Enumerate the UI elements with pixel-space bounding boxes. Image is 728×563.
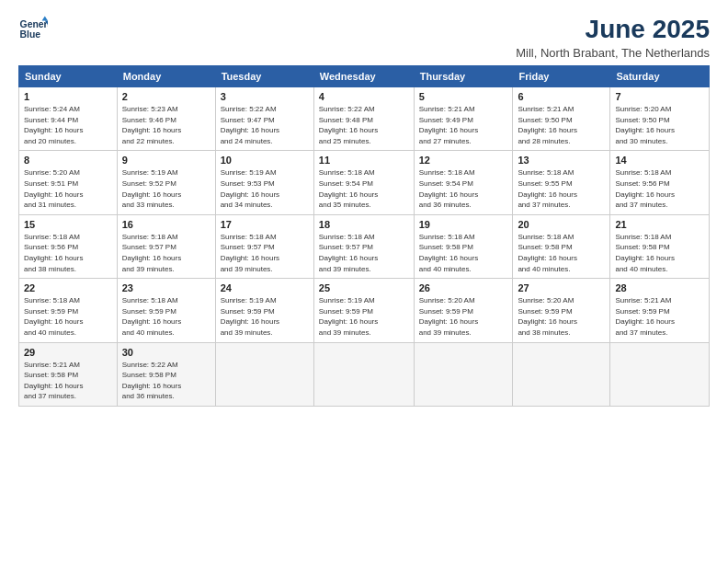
day-number: 29	[24, 347, 112, 358]
calendar-cell: 22Sunrise: 5:18 AM Sunset: 9:59 PM Dayli…	[19, 279, 118, 342]
day-number: 13	[518, 155, 605, 166]
day-number: 1	[24, 91, 112, 102]
title-block: June 2025 Mill, North Brabant, The Nethe…	[516, 15, 710, 60]
day-number: 8	[24, 155, 112, 166]
day-detail: Sunrise: 5:22 AM Sunset: 9:58 PM Dayligh…	[122, 360, 210, 402]
day-detail: Sunrise: 5:18 AM Sunset: 9:57 PM Dayligh…	[221, 232, 309, 274]
day-detail: Sunrise: 5:19 AM Sunset: 9:53 PM Dayligh…	[221, 167, 309, 210]
day-detail: Sunrise: 5:18 AM Sunset: 9:59 PM Dayligh…	[122, 295, 210, 338]
week-row-1: 1Sunrise: 5:24 AM Sunset: 9:44 PM Daylig…	[19, 87, 710, 151]
calendar-cell: 23Sunrise: 5:18 AM Sunset: 9:59 PM Dayli…	[117, 279, 215, 342]
day-detail: Sunrise: 5:24 AM Sunset: 9:44 PM Dayligh…	[24, 104, 112, 146]
day-number: 6	[518, 91, 605, 102]
svg-text:General: General	[20, 19, 48, 29]
weekday-header-row: Sunday Monday Tuesday Wednesday Thursday…	[19, 66, 710, 87]
day-number: 20	[518, 219, 605, 230]
svg-text:Blue: Blue	[20, 29, 41, 40]
day-number: 25	[319, 282, 409, 293]
calendar-cell	[414, 342, 513, 406]
day-number: 24	[221, 282, 309, 293]
calendar-cell: 26Sunrise: 5:20 AM Sunset: 9:59 PM Dayli…	[414, 279, 513, 342]
header-thursday: Thursday	[414, 66, 513, 87]
day-detail: Sunrise: 5:18 AM Sunset: 9:58 PM Dayligh…	[419, 232, 508, 274]
day-detail: Sunrise: 5:20 AM Sunset: 9:50 PM Dayligh…	[615, 104, 704, 146]
calendar-cell: 24Sunrise: 5:19 AM Sunset: 9:59 PM Dayli…	[215, 279, 313, 342]
calendar-cell: 13Sunrise: 5:18 AM Sunset: 9:55 PM Dayli…	[513, 151, 610, 214]
day-number: 12	[419, 155, 508, 166]
day-detail: Sunrise: 5:21 AM Sunset: 9:50 PM Dayligh…	[518, 104, 605, 146]
day-detail: Sunrise: 5:18 AM Sunset: 9:54 PM Dayligh…	[419, 167, 508, 210]
day-detail: Sunrise: 5:18 AM Sunset: 9:57 PM Dayligh…	[319, 232, 409, 274]
month-title: June 2025	[516, 15, 710, 44]
day-number: 14	[615, 155, 704, 166]
day-number: 2	[122, 91, 210, 102]
day-number: 10	[221, 155, 309, 166]
day-number: 3	[221, 91, 309, 102]
day-number: 26	[419, 282, 508, 293]
header-tuesday: Tuesday	[215, 66, 313, 87]
day-number: 21	[615, 219, 704, 230]
day-detail: Sunrise: 5:18 AM Sunset: 9:59 PM Dayligh…	[24, 295, 112, 338]
week-row-2: 8Sunrise: 5:20 AM Sunset: 9:51 PM Daylig…	[19, 151, 710, 214]
day-number: 5	[419, 91, 508, 102]
day-number: 19	[419, 219, 508, 230]
week-row-3: 15Sunrise: 5:18 AM Sunset: 9:56 PM Dayli…	[19, 214, 710, 278]
header-saturday: Saturday	[610, 66, 710, 87]
calendar-cell: 21Sunrise: 5:18 AM Sunset: 9:58 PM Dayli…	[610, 214, 710, 278]
calendar-page: General Blue June 2025 Mill, North Braba…	[0, 0, 728, 563]
calendar-cell: 16Sunrise: 5:18 AM Sunset: 9:57 PM Dayli…	[117, 214, 215, 278]
day-number: 9	[122, 155, 210, 166]
calendar-cell: 9Sunrise: 5:19 AM Sunset: 9:52 PM Daylig…	[117, 151, 215, 214]
calendar-cell: 29Sunrise: 5:21 AM Sunset: 9:58 PM Dayli…	[19, 342, 118, 406]
day-detail: Sunrise: 5:18 AM Sunset: 9:55 PM Dayligh…	[518, 167, 605, 210]
day-detail: Sunrise: 5:21 AM Sunset: 9:59 PM Dayligh…	[615, 295, 704, 338]
calendar-cell: 10Sunrise: 5:19 AM Sunset: 9:53 PM Dayli…	[215, 151, 313, 214]
calendar-cell: 8Sunrise: 5:20 AM Sunset: 9:51 PM Daylig…	[19, 151, 118, 214]
day-detail: Sunrise: 5:20 AM Sunset: 9:59 PM Dayligh…	[419, 295, 508, 338]
day-number: 11	[319, 155, 409, 166]
day-detail: Sunrise: 5:19 AM Sunset: 9:59 PM Dayligh…	[319, 295, 409, 338]
calendar-cell: 3Sunrise: 5:22 AM Sunset: 9:47 PM Daylig…	[215, 87, 313, 151]
week-row-4: 22Sunrise: 5:18 AM Sunset: 9:59 PM Dayli…	[19, 279, 710, 342]
day-detail: Sunrise: 5:18 AM Sunset: 9:57 PM Dayligh…	[122, 232, 210, 274]
calendar-cell: 27Sunrise: 5:20 AM Sunset: 9:59 PM Dayli…	[513, 279, 610, 342]
day-detail: Sunrise: 5:18 AM Sunset: 9:58 PM Dayligh…	[615, 232, 704, 274]
day-detail: Sunrise: 5:22 AM Sunset: 9:47 PM Dayligh…	[221, 104, 309, 146]
header-sunday: Sunday	[19, 66, 118, 87]
calendar-cell	[513, 342, 610, 406]
week-row-5: 29Sunrise: 5:21 AM Sunset: 9:58 PM Dayli…	[19, 342, 710, 406]
calendar-cell: 19Sunrise: 5:18 AM Sunset: 9:58 PM Dayli…	[414, 214, 513, 278]
header: General Blue June 2025 Mill, North Braba…	[18, 15, 710, 60]
calendar-cell: 25Sunrise: 5:19 AM Sunset: 9:59 PM Dayli…	[313, 279, 414, 342]
calendar-cell: 17Sunrise: 5:18 AM Sunset: 9:57 PM Dayli…	[215, 214, 313, 278]
location-title: Mill, North Brabant, The Netherlands	[516, 46, 710, 60]
day-detail: Sunrise: 5:18 AM Sunset: 9:54 PM Dayligh…	[319, 167, 409, 210]
calendar-cell: 15Sunrise: 5:18 AM Sunset: 9:56 PM Dayli…	[19, 214, 118, 278]
calendar-cell: 7Sunrise: 5:20 AM Sunset: 9:50 PM Daylig…	[610, 87, 710, 151]
calendar-cell: 5Sunrise: 5:21 AM Sunset: 9:49 PM Daylig…	[414, 87, 513, 151]
calendar-cell	[215, 342, 313, 406]
calendar-cell	[313, 342, 414, 406]
day-detail: Sunrise: 5:21 AM Sunset: 9:49 PM Dayligh…	[419, 104, 508, 146]
day-detail: Sunrise: 5:21 AM Sunset: 9:58 PM Dayligh…	[24, 360, 112, 402]
calendar-cell: 2Sunrise: 5:23 AM Sunset: 9:46 PM Daylig…	[117, 87, 215, 151]
day-number: 23	[122, 282, 210, 293]
day-number: 27	[518, 282, 605, 293]
calendar-cell: 1Sunrise: 5:24 AM Sunset: 9:44 PM Daylig…	[19, 87, 118, 151]
day-number: 17	[221, 219, 309, 230]
day-number: 30	[122, 347, 210, 358]
header-friday: Friday	[513, 66, 610, 87]
day-detail: Sunrise: 5:20 AM Sunset: 9:51 PM Dayligh…	[24, 167, 112, 210]
svg-marker-2	[42, 17, 48, 21]
day-number: 28	[615, 282, 704, 293]
day-detail: Sunrise: 5:19 AM Sunset: 9:52 PM Dayligh…	[122, 167, 210, 210]
day-detail: Sunrise: 5:18 AM Sunset: 9:56 PM Dayligh…	[24, 232, 112, 274]
day-number: 16	[122, 219, 210, 230]
calendar-cell: 4Sunrise: 5:22 AM Sunset: 9:48 PM Daylig…	[313, 87, 414, 151]
day-detail: Sunrise: 5:18 AM Sunset: 9:56 PM Dayligh…	[615, 167, 704, 210]
calendar-table: Sunday Monday Tuesday Wednesday Thursday…	[18, 65, 710, 407]
day-number: 18	[319, 219, 409, 230]
calendar-cell	[610, 342, 710, 406]
calendar-cell: 28Sunrise: 5:21 AM Sunset: 9:59 PM Dayli…	[610, 279, 710, 342]
day-number: 4	[319, 91, 409, 102]
